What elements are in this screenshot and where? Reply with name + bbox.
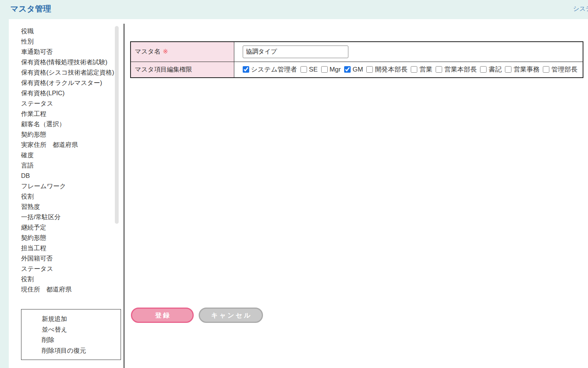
permission-checkbox[interactable] <box>505 66 511 73</box>
permission-checkbox[interactable] <box>411 66 417 73</box>
permission-label: 営業 <box>419 65 432 74</box>
page-title: マスタ管理 <box>10 3 51 14</box>
master-category-item[interactable]: 確度 <box>21 150 118 160</box>
permission-option[interactable]: SE <box>301 66 318 73</box>
master-category-item[interactable]: 言語 <box>21 160 118 171</box>
sidebar-action-item[interactable]: 削除項目の復元 <box>42 345 121 356</box>
required-mark: ※ <box>163 48 168 55</box>
master-category-item[interactable]: 作業工程 <box>21 109 118 119</box>
permission-option[interactable]: 営業事務 <box>505 65 539 74</box>
master-category-item[interactable]: 保有資格(LPIC) <box>21 88 118 98</box>
master-name-row: マスタ名※ <box>131 42 583 62</box>
master-category-list: 役職性別車通勤可否保有資格(情報処理技術者試験)保有資格(シスコ技術者認定資格)… <box>21 26 118 302</box>
permission-checkbox-list: システム管理者 SE Mgr GM 開発本部長 <box>243 65 583 74</box>
permission-checkbox[interactable] <box>301 66 307 73</box>
master-category-item[interactable]: ステータス <box>21 98 118 109</box>
permission-option[interactable]: 管理部長 <box>543 65 577 74</box>
master-category-item[interactable]: 習熟度 <box>21 202 118 212</box>
permission-checkbox[interactable] <box>243 66 249 73</box>
master-category-item[interactable]: 顧客名（選択） <box>21 119 118 129</box>
master-name-value-cell <box>234 42 583 62</box>
master-management-page: マスタ管理 システム管理者 役職性別車通勤可否保有資格(情報処理技術者試験)保有… <box>0 0 588 368</box>
master-category-item[interactable]: 保有資格(シスコ技術者認定資格) <box>21 67 118 78</box>
master-category-item[interactable]: 契約形態 <box>21 233 118 243</box>
edit-permission-row: マスタ項目編集権限 システム管理者 SE Mgr <box>131 62 583 78</box>
content-panel: 役職性別車通勤可否保有資格(情報処理技術者試験)保有資格(シスコ技術者認定資格)… <box>9 19 588 368</box>
master-category-item[interactable]: 保有資格(情報処理技術者試験) <box>21 57 118 67</box>
edit-permission-value-cell: システム管理者 SE Mgr GM 開発本部長 <box>234 62 583 78</box>
permission-option[interactable]: 書記 <box>480 65 501 74</box>
master-category-item[interactable]: DB <box>21 171 118 181</box>
permission-label: 営業本部長 <box>444 65 477 74</box>
permission-checkbox[interactable] <box>366 66 373 73</box>
permission-option[interactable]: システム管理者 <box>243 65 297 74</box>
sidebar-action-menu: 新規追加並べ替え削除削除項目の復元 <box>21 309 121 360</box>
cancel-button[interactable]: キャンセル <box>199 308 263 323</box>
edit-permission-label-cell: マスタ項目編集権限 <box>131 62 234 78</box>
permission-label: SE <box>309 66 318 73</box>
edit-permission-label: マスタ項目編集権限 <box>135 66 192 73</box>
permission-label: 営業事務 <box>513 65 539 74</box>
master-category-item[interactable]: 継続予定 <box>21 222 118 233</box>
master-category-item[interactable]: 外国籍可否 <box>21 253 118 264</box>
master-name-label-cell: マスタ名※ <box>131 42 234 62</box>
permission-checkbox[interactable] <box>480 66 487 73</box>
master-category-item[interactable]: ステータス <box>21 264 118 274</box>
permission-checkbox[interactable] <box>436 66 442 73</box>
master-category-item[interactable]: 保有資格(オラクルマスター) <box>21 78 118 88</box>
permission-checkbox[interactable] <box>543 66 549 73</box>
permission-option[interactable]: 営業 <box>411 65 432 74</box>
permission-label: システム管理者 <box>251 65 297 74</box>
master-category-item[interactable]: 役割 <box>21 191 118 202</box>
sidebar-action-item[interactable]: 並べ替え <box>42 324 121 335</box>
permission-label: 開発本部長 <box>375 65 407 74</box>
permission-checkbox[interactable] <box>344 66 351 73</box>
submit-button[interactable]: 登録 <box>131 308 194 323</box>
master-category-item[interactable]: 車通勤可否 <box>21 47 118 57</box>
permission-label: Mgr <box>330 66 341 73</box>
permission-option[interactable]: GM <box>344 66 363 73</box>
permission-option[interactable]: Mgr <box>321 66 341 73</box>
master-category-item[interactable]: 役職 <box>21 26 118 36</box>
master-category-item[interactable]: 実家住所 都道府県 <box>21 140 118 150</box>
master-category-item[interactable]: 性別 <box>21 36 118 47</box>
permission-option[interactable]: 開発本部長 <box>366 65 407 74</box>
master-category-item[interactable]: 役割 <box>21 274 118 284</box>
master-name-label: マスタ名 <box>135 48 160 55</box>
master-edit-form: マスタ名※ マスタ項目編集権限 システム管理者 SE <box>130 41 583 78</box>
master-name-input[interactable] <box>243 46 348 58</box>
vertical-divider <box>124 24 124 368</box>
master-category-item[interactable]: フレームワーク <box>21 181 118 191</box>
permission-label: 書記 <box>488 65 501 74</box>
master-category-item[interactable]: 一括/常駐区分 <box>21 212 118 222</box>
permission-label: 管理部長 <box>551 65 577 74</box>
master-category-item[interactable]: 契約形態 <box>21 129 118 140</box>
permission-label: GM <box>353 66 363 73</box>
master-category-item[interactable]: 担当工程 <box>21 243 118 253</box>
permission-checkbox[interactable] <box>321 66 328 73</box>
sidebar-scrollbar-thumb[interactable] <box>115 26 119 224</box>
sidebar-action-item[interactable]: 新規追加 <box>42 314 121 324</box>
master-category-item[interactable]: 現住所 都道府県 <box>21 284 118 295</box>
top-right-user-link[interactable]: システム管理者 <box>573 5 588 13</box>
sidebar-action-item[interactable]: 削除 <box>42 335 121 345</box>
permission-option[interactable]: 営業本部長 <box>436 65 477 74</box>
